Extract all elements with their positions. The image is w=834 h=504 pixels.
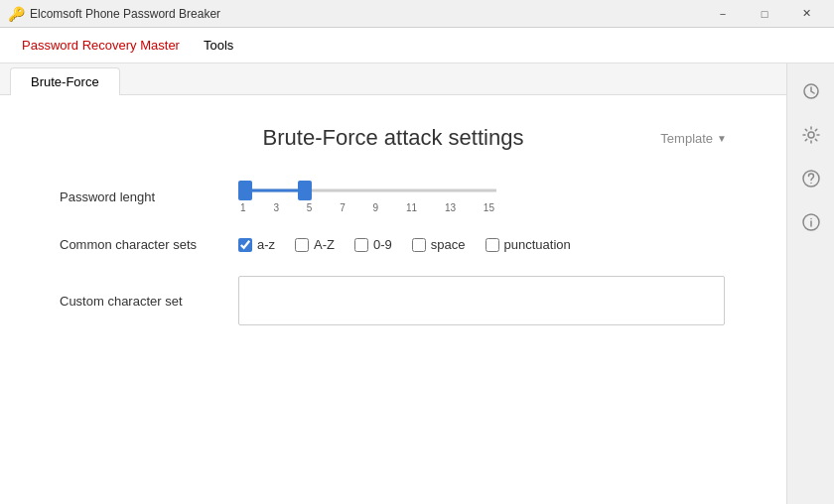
maximize-button[interactable]: □ — [745, 3, 784, 25]
tick-15: 15 — [484, 202, 494, 213]
checkbox-space-input[interactable] — [412, 238, 426, 252]
tick-1: 1 — [240, 202, 246, 213]
slider-thumb-max[interactable] — [298, 181, 312, 200]
close-button[interactable]: ✕ — [786, 3, 826, 25]
info-icon[interactable] — [793, 204, 829, 240]
help-icon[interactable] — [793, 161, 829, 196]
checkbox-AZ-input[interactable] — [295, 238, 309, 252]
panel-title: Brute-Force attack settings — [226, 125, 560, 151]
tick-7: 7 — [340, 202, 346, 213]
menu-item-tools[interactable]: Tools — [192, 32, 245, 59]
common-character-sets-row: Common character sets a-z A-Z 0-9 — [60, 237, 727, 252]
tick-13: 13 — [445, 202, 456, 213]
checkbox-space-label: space — [431, 237, 466, 252]
checkbox-punctuation-input[interactable] — [486, 238, 499, 252]
tab-bar: Brute-Force — [0, 63, 786, 95]
tick-3: 3 — [273, 202, 279, 213]
right-sidebar — [786, 63, 834, 504]
title-bar: 🔑 Elcomsoft Phone Password Breaker − □ ✕ — [0, 0, 834, 28]
svg-point-6 — [810, 218, 812, 220]
checkbox-AZ-label: A-Z — [314, 237, 335, 252]
tick-5: 5 — [307, 202, 313, 213]
tick-9: 9 — [373, 202, 379, 213]
password-length-row: Password lenght 1 3 5 7 9 11 — [60, 181, 727, 213]
slider-thumb-min[interactable] — [238, 181, 252, 200]
main-layout: Brute-Force Brute-Force attack settings … — [0, 63, 834, 504]
window-controls: − □ ✕ — [703, 3, 826, 25]
svg-point-1 — [808, 132, 814, 138]
window-title: Elcomsoft Phone Password Breaker — [30, 7, 703, 21]
history-icon[interactable] — [793, 73, 829, 109]
checkbox-09-input[interactable] — [354, 238, 368, 252]
password-length-slider: 1 3 5 7 9 11 13 15 — [238, 181, 496, 213]
checkbox-az[interactable]: a-z — [238, 237, 275, 252]
minimize-button[interactable]: − — [703, 3, 743, 25]
checkbox-punctuation[interactable]: punctuation — [486, 237, 571, 252]
slider-track-wrapper[interactable] — [238, 181, 496, 200]
checkbox-AZ[interactable]: A-Z — [295, 237, 335, 252]
checkbox-space[interactable]: space — [412, 237, 466, 252]
custom-character-set-input[interactable] — [238, 276, 725, 325]
custom-character-set-row: Custom character set — [60, 276, 727, 325]
settings-icon[interactable] — [793, 117, 829, 153]
password-length-label: Password lenght — [60, 189, 238, 204]
tab-brute-force[interactable]: Brute-Force — [10, 67, 120, 95]
checkbox-09-label: 0-9 — [373, 237, 392, 252]
app-icon: 🔑 — [8, 6, 24, 22]
checkbox-az-label: a-z — [257, 237, 275, 252]
menu-bar: Password Recovery Master Tools — [0, 28, 834, 63]
panel: Brute-Force attack settings Template ▼ P… — [0, 95, 786, 504]
checkbox-punctuation-label: punctuation — [504, 237, 571, 252]
template-chevron-icon: ▼ — [717, 133, 727, 144]
template-button[interactable]: Template ▼ — [660, 131, 727, 146]
checkbox-az-input[interactable] — [238, 238, 252, 252]
custom-character-set-label: Custom character set — [60, 294, 238, 309]
checkbox-09[interactable]: 0-9 — [354, 237, 392, 252]
tick-11: 11 — [406, 202, 417, 213]
common-character-sets-label: Common character sets — [60, 237, 238, 252]
checkbox-row: a-z A-Z 0-9 space — [238, 237, 571, 252]
panel-header: Brute-Force attack settings Template ▼ — [60, 125, 727, 151]
slider-ticks: 1 3 5 7 9 11 13 15 — [238, 202, 496, 213]
svg-point-3 — [810, 183, 812, 185]
content-area: Brute-Force Brute-Force attack settings … — [0, 63, 786, 504]
menu-item-password-recovery-master[interactable]: Password Recovery Master — [10, 32, 192, 59]
template-label: Template — [660, 131, 713, 146]
